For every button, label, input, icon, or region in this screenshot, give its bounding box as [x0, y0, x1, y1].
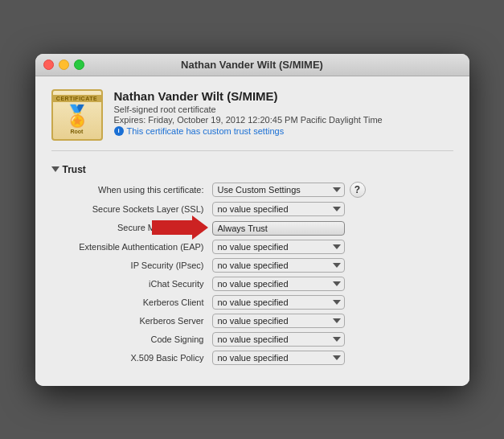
cert-header: Certificate 🏅 Root Nathan Vander Wilt (S… [51, 89, 453, 151]
trust-row: Kerberos Serverno value specified [51, 314, 453, 328]
trust-value-select[interactable]: no value specified [212, 351, 345, 365]
maximize-button[interactable] [74, 59, 84, 70]
trust-row-control: no value specified [212, 351, 453, 365]
trust-row-label: iChat Security [51, 279, 212, 289]
trust-value-select[interactable]: no value specified [212, 314, 345, 328]
trust-rows: Secure Sockets Layer (SSL)no value speci… [51, 202, 453, 365]
trust-row: Extensible Authentication (EAP)no value … [51, 240, 453, 254]
info-icon: i [114, 126, 124, 136]
trust-value-select[interactable]: Always Trust [212, 221, 345, 236]
trust-row-control: no value specified [212, 332, 453, 347]
trust-value-select[interactable]: no value specified [212, 258, 345, 273]
cert-name: Nathan Vander Wilt (S/MIME) [114, 89, 383, 103]
trust-row: IP Security (IPsec)no value specified [51, 258, 453, 273]
trust-row: Secure Mail (S/MIME)Always Trust [51, 220, 453, 236]
svg-marker-0 [152, 215, 208, 240]
trust-row-control: no value specified [212, 240, 453, 254]
red-arrow-icon [152, 215, 208, 240]
trust-row: X.509 Basic Policyno value specified [51, 351, 453, 365]
window-title: Nathan Vander Wilt (S/MIME) [181, 59, 323, 71]
trust-section: Trust When using this certificate: Use C… [51, 164, 453, 365]
trust-row-label: Code Signing [51, 334, 212, 344]
cert-type: Self-signed root certificate [114, 105, 383, 114]
trust-value-select[interactable]: no value specified [212, 202, 345, 216]
trust-row-control: no value specified [212, 202, 453, 216]
custom-trust-text: This certificate has custom trust settin… [127, 126, 285, 136]
when-control: Use Custom Settings ? [212, 182, 453, 198]
trust-row-label: Extensible Authentication (EAP) [51, 242, 212, 252]
custom-trust-notice: i This certificate has custom trust sett… [114, 126, 383, 136]
trust-row-control: no value specified [212, 277, 453, 291]
trust-row: Code Signingno value specified [51, 332, 453, 347]
trust-row-control: Always Trust [212, 220, 453, 236]
trust-row-control: no value specified [212, 258, 453, 273]
trust-row: Kerberos Clientno value specified [51, 295, 453, 310]
traffic-lights [43, 59, 84, 70]
cert-info: Nathan Vander Wilt (S/MIME) Self-signed … [114, 89, 383, 136]
trust-row-control: no value specified [212, 295, 453, 310]
trust-row-label: IP Security (IPsec) [51, 261, 212, 270]
trust-row-label: Secure Sockets Layer (SSL) [51, 204, 212, 214]
trust-row: iChat Securityno value specified [51, 277, 453, 291]
titlebar: Nathan Vander Wilt (S/MIME) [35, 54, 469, 76]
trust-value-select[interactable]: no value specified [212, 332, 345, 347]
cert-expires: Expires: Friday, October 19, 2012 12:20:… [114, 115, 383, 125]
trust-row-label: Kerberos Client [51, 297, 212, 307]
trust-row-control: no value specified [212, 314, 453, 328]
window-content: Certificate 🏅 Root Nathan Vander Wilt (S… [35, 76, 469, 386]
trust-heading: Trust [51, 164, 453, 175]
when-using-row: When using this certificate: Use Custom … [51, 182, 453, 198]
when-select[interactable]: Use Custom Settings [212, 183, 345, 197]
trust-row-label: X.509 Basic Policy [51, 353, 212, 363]
disclosure-triangle[interactable] [51, 166, 59, 172]
trust-value-select[interactable]: no value specified [212, 240, 345, 254]
cert-label: Certificate [53, 95, 101, 102]
cert-icon: Certificate 🏅 Root [51, 89, 103, 141]
trust-row: Secure Sockets Layer (SSL)no value speci… [51, 202, 453, 216]
trust-value-select[interactable]: no value specified [212, 277, 345, 291]
close-button[interactable] [43, 59, 54, 70]
cert-root-label: Root [71, 129, 84, 134]
minimize-button[interactable] [59, 59, 69, 70]
trust-heading-label: Trust [63, 164, 86, 175]
help-button[interactable]: ? [350, 182, 366, 198]
when-label: When using this certificate: [51, 185, 212, 195]
cert-seal: 🏅 [64, 104, 90, 129]
trust-row-label: Kerberos Server [51, 316, 212, 326]
trust-value-select[interactable]: no value specified [212, 295, 345, 310]
certificate-window: Nathan Vander Wilt (S/MIME) Certificate … [35, 54, 469, 386]
